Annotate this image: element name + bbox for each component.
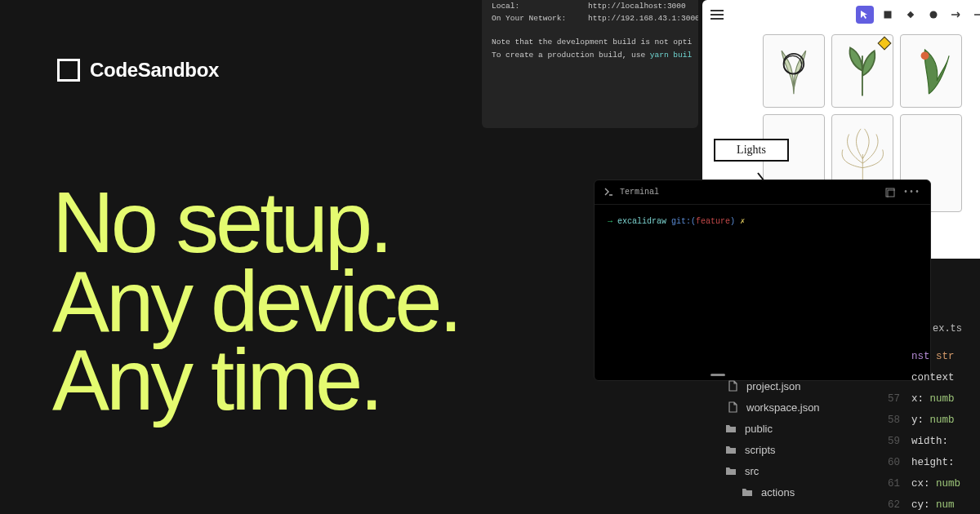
- headline-line-2: Any device.: [52, 263, 460, 342]
- file-tree-file[interactable]: project.json: [702, 375, 882, 397]
- logo-text: CodeSandbox: [90, 59, 219, 82]
- prompt-arrow: →: [608, 217, 612, 226]
- file-tree-label: project.json: [746, 380, 800, 392]
- file-tree-label: scripts: [745, 444, 776, 456]
- svg-point-2: [930, 11, 938, 19]
- file-tree-label: actions: [761, 486, 795, 498]
- split-icon[interactable]: [885, 188, 895, 197]
- file-tree-file[interactable]: workspace.json: [702, 397, 882, 418]
- svg-point-7: [921, 52, 929, 60]
- line-number: 61: [882, 478, 900, 490]
- file-tree-label: workspace.json: [746, 401, 820, 414]
- tool-square[interactable]: [879, 6, 897, 24]
- file-tree-folder[interactable]: actions: [702, 481, 882, 503]
- lights-label-box[interactable]: Lights: [714, 139, 789, 162]
- line-number: 60: [882, 457, 900, 468]
- terminal-body[interactable]: → excalidraw git:(feature) ✗: [595, 205, 930, 237]
- code-editor: ex.ts nst strcontext57x: numb58y: numb59…: [882, 318, 980, 514]
- editor-line: 59width:: [882, 431, 980, 452]
- headline-line-3: Any time.: [52, 341, 460, 420]
- terminal-window: Terminal ••• → excalidraw git:(feature) …: [594, 179, 931, 381]
- editor-line: 60height:: [882, 452, 980, 473]
- line-number: 59: [882, 436, 900, 447]
- excalidraw-toolbar: [702, 3, 980, 26]
- file-tree-folder[interactable]: src: [702, 460, 882, 481]
- lights-label: Lights: [737, 144, 766, 157]
- headline: No setup. Any device. Any time.: [52, 184, 460, 420]
- file-tree-label: public: [745, 423, 773, 435]
- svg-rect-1: [907, 11, 914, 18]
- editor-line: nst str: [882, 346, 980, 367]
- headline-line-1: No setup.: [52, 184, 460, 263]
- line-number: 58: [882, 414, 900, 426]
- tree-collapse-handle[interactable]: [710, 374, 725, 376]
- prompt-dirty: ✗: [740, 217, 745, 226]
- devserver-note-2a: To create a production build, use: [492, 51, 650, 60]
- devserver-net-label: On Your Network:: [492, 12, 588, 24]
- file-tree-label: src: [745, 465, 759, 477]
- devserver-local-url: http://localhost:3000: [588, 2, 686, 11]
- plant-card[interactable]: [900, 34, 962, 108]
- tool-diamond[interactable]: [902, 6, 920, 24]
- editor-line: 57x: numb: [882, 388, 980, 410]
- file-tree-folder[interactable]: scripts: [702, 439, 882, 460]
- line-number: 57: [882, 393, 900, 405]
- prompt-git: git:(: [671, 217, 696, 226]
- prompt-branch: feature: [696, 217, 730, 226]
- tool-arrow[interactable]: [947, 6, 965, 24]
- editor-line: 62cy: num: [882, 494, 980, 514]
- terminal-title: Terminal: [620, 188, 659, 197]
- devserver-net-url: http://192.168.43.1:3000: [588, 14, 698, 23]
- file-tree: project.jsonworkspace.jsonpublicscriptss…: [702, 375, 882, 503]
- logo-icon: [57, 59, 80, 82]
- terminal-icon: [604, 188, 613, 197]
- devserver-local-label: Local:: [492, 0, 588, 12]
- file-tree-folder[interactable]: public: [702, 418, 882, 439]
- tool-circle[interactable]: [924, 6, 942, 24]
- logo: CodeSandbox: [57, 59, 219, 82]
- editor-line: 61cx: numb: [882, 473, 980, 494]
- hamburger-icon[interactable]: [710, 10, 724, 20]
- editor-line: 58y: numb: [882, 410, 980, 431]
- svg-rect-0: [884, 11, 892, 19]
- prompt-dir: excalidraw: [617, 217, 666, 226]
- devserver-window: Local:http://localhost:3000 On Your Netw…: [482, 0, 698, 128]
- more-icon[interactable]: •••: [903, 188, 920, 197]
- prompt-git-close: ): [730, 217, 735, 226]
- line-number: 62: [882, 499, 900, 511]
- devserver-note-1: Note that the development build is not o…: [492, 36, 688, 48]
- devserver-note-2b: yarn buil: [650, 51, 692, 60]
- plant-card[interactable]: [831, 34, 893, 108]
- tool-pointer[interactable]: [856, 6, 874, 24]
- tool-line[interactable]: [970, 6, 980, 24]
- editor-tab[interactable]: ex.ts: [882, 318, 980, 346]
- editor-line: context: [882, 367, 980, 388]
- plant-card[interactable]: [763, 34, 825, 108]
